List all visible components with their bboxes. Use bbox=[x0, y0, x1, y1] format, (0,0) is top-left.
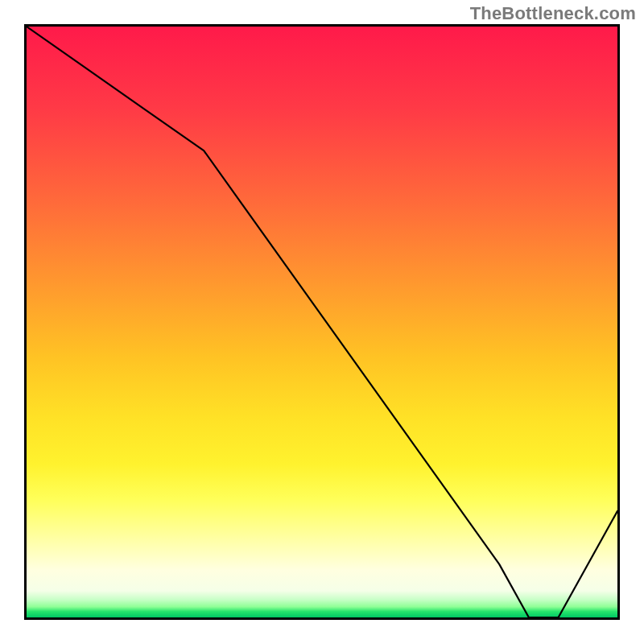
chart-container: TheBottleneck.com bbox=[0, 0, 644, 644]
bottleneck-line bbox=[27, 27, 617, 617]
plot-area bbox=[24, 24, 620, 620]
credit-text: TheBottleneck.com bbox=[470, 3, 636, 24]
line-chart-svg bbox=[27, 27, 617, 617]
